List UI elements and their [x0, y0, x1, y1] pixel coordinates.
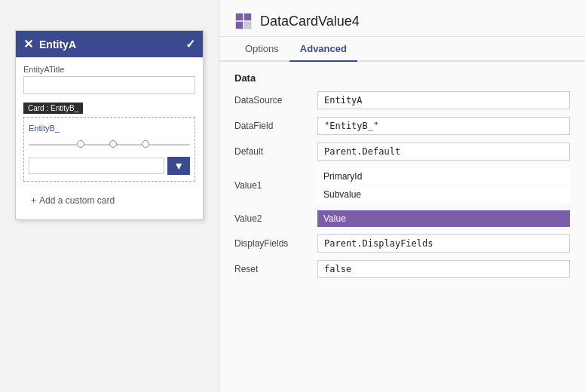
value2-label: Value2: [234, 213, 317, 224]
datasource-label: DataSource: [234, 95, 317, 106]
displayfields-label: DisplayFields: [234, 238, 317, 249]
prop-row-reset: Reset false: [234, 260, 570, 278]
check-icon[interactable]: ✓: [185, 37, 195, 51]
props-panel: Data DataSource EntityA DataField "Entit…: [219, 62, 585, 392]
section-header-data: Data: [234, 72, 570, 84]
tab-advanced[interactable]: Advanced: [289, 37, 357, 62]
prop-row-value2: Value2 Value: [234, 210, 570, 227]
right-panel: DataCardValue4 Options Advanced Data Dat…: [219, 0, 585, 392]
dropdown-input[interactable]: [29, 158, 164, 174]
datafield-value: "EntityB_": [317, 117, 570, 135]
slider-container: [29, 137, 190, 152]
add-card-link[interactable]: + Add a custom card: [23, 189, 195, 212]
panel-title: DataCardValue4: [260, 14, 360, 29]
value1-options: PrimaryId Subvalue: [317, 168, 570, 203]
add-card-label: Add a custom card: [39, 195, 115, 206]
dropdown-row: ▼: [29, 157, 190, 175]
dropdown-button[interactable]: ▼: [167, 157, 190, 175]
prop-row-datasource: DataSource EntityA: [234, 91, 570, 109]
close-icon[interactable]: ✕: [23, 37, 33, 51]
card-title: EntityA: [39, 38, 76, 51]
plus-icon: +: [31, 195, 36, 206]
slider-field-label: EntityB_: [29, 124, 190, 133]
tabs-row: Options Advanced: [219, 37, 585, 62]
default-value: Parent.Default: [317, 142, 570, 161]
slider-field: EntityB_ ▼: [23, 117, 195, 182]
svg-rect-0: [236, 14, 243, 20]
panel-title-row: DataCardValue4: [219, 0, 585, 37]
reset-value: false: [317, 260, 570, 278]
card-header-left: ✕ EntityA: [23, 37, 76, 51]
card-form: ✕ EntityA ✓ EntityATitle Card : EntityB_…: [15, 30, 204, 220]
reset-label: Reset: [234, 264, 317, 274]
svg-rect-1: [244, 14, 251, 20]
left-panel: ✕ EntityA ✓ EntityATitle Card : EntityB_…: [0, 0, 219, 392]
value2-option-value[interactable]: Value: [317, 210, 570, 227]
slider-dot-mid[interactable]: [109, 140, 117, 148]
value1-label: Value1: [234, 180, 317, 191]
displayfields-value: Parent.DisplayFields: [317, 234, 570, 253]
title-field-label: EntityATitle: [23, 65, 195, 74]
datafield-label: DataField: [234, 121, 317, 131]
tab-options[interactable]: Options: [234, 37, 289, 62]
datasource-value: EntityA: [317, 91, 570, 109]
prop-row-value1: Value1 PrimaryId Subvalue: [234, 168, 570, 203]
svg-rect-3: [244, 22, 251, 29]
value2-options: Value: [317, 210, 570, 227]
card-body: EntityATitle Card : EntityB_ EntityB_ ▼ …: [16, 57, 203, 219]
prop-row-datafield: DataField "EntityB_": [234, 117, 570, 135]
tooltip-badge: Card : EntityB_: [23, 103, 83, 114]
table-icon: [234, 12, 253, 30]
title-input[interactable]: [23, 76, 195, 94]
value1-option-primaryid[interactable]: PrimaryId: [317, 168, 570, 185]
slider-dot-right[interactable]: [142, 140, 149, 148]
slider-dot-left[interactable]: [77, 140, 84, 148]
card-header: ✕ EntityA ✓: [16, 31, 203, 57]
svg-rect-2: [236, 22, 243, 29]
prop-row-default: Default Parent.Default: [234, 142, 570, 161]
default-label: Default: [234, 146, 317, 157]
value1-option-subvalue[interactable]: Subvalue: [317, 186, 570, 203]
prop-row-displayfields: DisplayFields Parent.DisplayFields: [234, 234, 570, 253]
